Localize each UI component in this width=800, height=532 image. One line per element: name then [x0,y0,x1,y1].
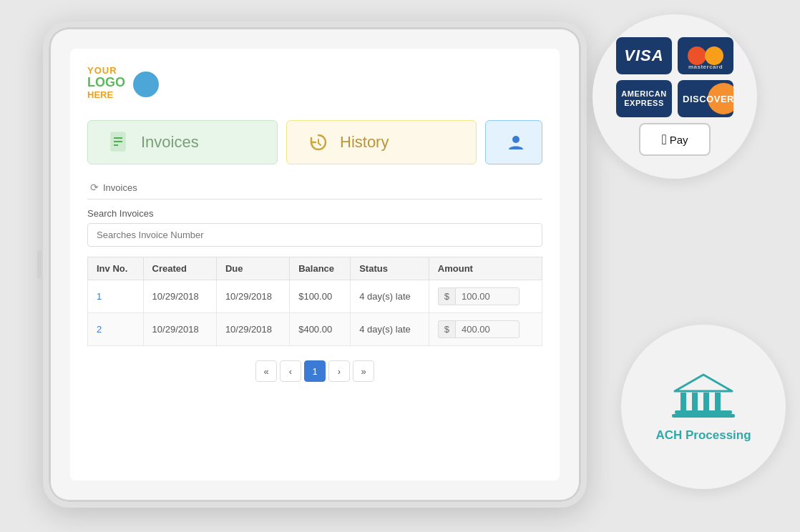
third-tab-icon [506,132,526,152]
cell-status: 4 day(s) late [351,313,429,346]
svg-marker-7 [675,375,732,391]
table-row: 1 10/29/2018 10/29/2018 $100.00 4 day(s)… [88,280,542,313]
tab-history-label: History [340,133,389,152]
cell-due: 10/29/2018 [216,280,289,313]
col-balance: Balance [290,257,351,280]
tablet-screen: YOUR LOGO HERE [70,49,560,481]
applepay-badge:  Pay [639,123,711,156]
amex-label: AMERICANEXPRESS [621,89,666,108]
table-header-row: Inv No. Created Due Balance Status Amoun… [88,257,542,280]
page-button[interactable]: » [353,360,374,382]
col-amount: Amount [429,257,542,280]
pagination: «‹1›» [87,360,542,382]
bank-icon [668,371,739,421]
discover-label: DISCOVER [678,94,733,104]
breadcrumb-label: Invoices [103,182,137,193]
col-created: Created [143,257,216,280]
amount-input[interactable] [455,287,519,305]
amount-cell: $ [438,320,533,338]
col-inv-no: Inv No. [88,257,144,280]
cell-inv: 1 [88,280,144,313]
mastercard-card: mastercard [678,37,733,74]
svg-rect-8 [681,393,686,410]
applepay-label: Pay [670,134,688,146]
tablet: YOUR LOGO HERE [43,21,587,508]
cell-status: 4 day(s) late [351,280,429,313]
cell-amount: $ [429,280,542,313]
dollar-sign: $ [438,287,455,305]
mc-right-circle [705,46,723,65]
tab-third[interactable] [485,120,542,164]
cell-created: 10/29/2018 [143,280,216,313]
cell-balance: $400.00 [290,313,351,346]
page-button[interactable]: « [255,360,277,382]
cell-inv: 2 [88,313,144,346]
visa-label: VISA [624,46,663,65]
col-due: Due [216,257,289,280]
table-row: 2 10/29/2018 10/29/2018 $400.00 4 day(s)… [88,313,542,346]
dollar-sign: $ [438,320,455,338]
cell-created: 10/29/2018 [143,313,216,346]
svg-rect-11 [715,393,721,410]
amount-cell: $ [438,287,533,305]
tab-invoices[interactable]: Invoices [87,120,278,164]
amex-card: AMERICANEXPRESS [616,80,672,117]
content-area: ⟳ Invoices Search Invoices Inv No. Creat… [70,176,560,382]
svg-rect-9 [692,393,698,410]
logo: YOUR LOGO HERE [87,66,159,109]
cell-balance: $100.00 [290,280,351,313]
apple-icon:  [661,132,666,148]
mastercard-label: mastercard [688,64,723,70]
tab-history[interactable]: History [286,120,477,164]
search-input[interactable] [87,223,542,247]
tablet-side-button [37,250,42,279]
svg-rect-13 [672,414,735,418]
tab-invoices-label: Invoices [141,133,199,152]
invoices-icon [108,131,131,154]
mc-left-circle [688,46,706,65]
svg-point-6 [512,136,519,143]
visa-card: VISA [616,37,672,74]
discover-card: DISCOVER [678,80,733,117]
search-label: Search Invoices [87,208,542,219]
page-button[interactable]: › [328,360,350,382]
page-button[interactable]: ‹ [280,360,301,382]
inv-link[interactable]: 2 [97,324,102,335]
svg-line-5 [318,143,321,145]
history-icon [307,131,330,154]
cell-amount: $ [429,313,542,346]
page-button[interactable]: 1 [304,360,326,382]
amount-input[interactable] [455,320,519,338]
card-grid: VISA mastercard AMERICANEXPRESS DISCOVER [616,37,733,117]
invoice-table: Inv No. Created Due Balance Status Amoun… [87,257,542,346]
logo-circle [133,72,159,97]
svg-rect-12 [675,410,732,414]
logo-area: YOUR LOGO HERE [70,49,560,120]
breadcrumb: ⟳ Invoices [87,176,542,200]
payment-methods-circle: VISA mastercard AMERICANEXPRESS DISCOVER… [592,14,757,179]
col-status: Status [351,257,429,280]
tabs-container: Invoices History [70,120,560,164]
cell-due: 10/29/2018 [216,313,289,346]
scene: YOUR LOGO HERE [0,0,800,532]
svg-rect-10 [703,393,709,410]
breadcrumb-icon: ⟳ [90,182,99,193]
inv-link[interactable]: 1 [97,291,102,302]
ach-label: ACH Processing [655,428,751,443]
ach-circle: ACH Processing [621,325,786,489]
